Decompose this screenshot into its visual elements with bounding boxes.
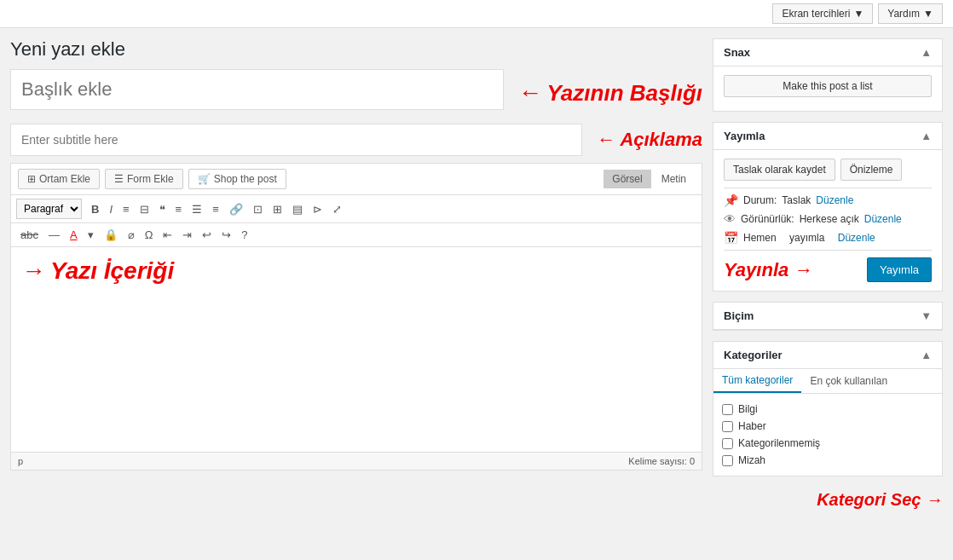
subtitle-annotation-arrow: ← — [596, 129, 615, 151]
top-bar: Ekran tercihleri ▼ Yardım ▼ — [0, 0, 953, 28]
status-edit-link[interactable]: Düzenle — [816, 194, 853, 206]
publish-button[interactable]: Yayımla — [867, 257, 932, 282]
category-list: Bilgi Haber Kategorilenmemiş Mizah — [713, 394, 942, 476]
font-color-button[interactable]: A — [66, 227, 82, 243]
schedule-label: Hemen — [743, 232, 777, 244]
save-draft-button[interactable]: Taslak olarak kaydet — [724, 159, 835, 181]
bicim-title: Biçim — [724, 309, 754, 322]
lock-button[interactable]: 🔒 — [100, 227, 122, 243]
help-button[interactable]: Yardım ▼ — [878, 3, 943, 24]
snax-toggle[interactable]: ▲ — [921, 46, 932, 59]
redo-button[interactable]: ↪ — [217, 227, 235, 243]
category-checkbox-bilgi[interactable] — [722, 404, 733, 415]
italic-button[interactable]: I — [105, 201, 117, 217]
visibility-row: 👁 Görünürlük: Herkese açık Düzenle — [724, 212, 932, 226]
visual-view-button[interactable]: Görsel — [604, 170, 650, 188]
divider2 — [724, 250, 932, 251]
visibility-icon: 👁 — [724, 212, 736, 226]
visibility-value: Herkese açık — [800, 213, 859, 225]
status-label: Durum: — [743, 194, 777, 206]
tab-popular-categories[interactable]: En çok kullanılan — [801, 369, 896, 393]
kategori-sec-annotation-row: Kategori Seç → — [713, 487, 943, 513]
align-right-button[interactable]: ≡ — [208, 201, 223, 217]
media-icon: ⊞ — [27, 173, 36, 185]
snax-title: Snax — [724, 46, 750, 59]
screen-options-button[interactable]: Ekran tercihleri ▼ — [772, 3, 873, 24]
clear-format-button[interactable]: ⌀ — [124, 227, 139, 243]
align-center-button[interactable]: ☰ — [188, 201, 206, 217]
kategoriler-toggle[interactable]: ▲ — [921, 349, 932, 361]
content-text: Yazı İçeriği — [50, 257, 174, 285]
screen-options-label: Ekran tercihleri — [782, 8, 850, 20]
make-list-button[interactable]: Make this post a list — [724, 75, 932, 97]
word-count-area: Kelime sayısı: 0 — [628, 456, 695, 466]
publish-toggle[interactable]: ▲ — [921, 130, 932, 142]
schedule-row: 📅 Hemen yayımla Düzenle — [724, 231, 932, 245]
category-checkbox-mizah[interactable] — [722, 455, 733, 466]
visibility-edit-link[interactable]: Düzenle — [864, 213, 902, 225]
ordered-list-button[interactable]: ⊟ — [136, 201, 153, 217]
outdent-button[interactable]: ⇤ — [159, 227, 176, 243]
strikethrough-button[interactable]: abc — [16, 227, 43, 243]
status-icon: 📌 — [724, 193, 738, 207]
list-item: Bilgi — [713, 401, 942, 418]
shop-icon: 🛒 — [198, 173, 211, 185]
list-view-button[interactable]: ▤ — [288, 201, 307, 217]
visibility-label: Görünürlük: — [741, 213, 794, 225]
bicim-toggle[interactable]: ▼ — [921, 309, 932, 322]
editor-wrap: ⊞ Ortam Ekle ☰ Form Ekle 🛒 Shop the post… — [10, 163, 702, 471]
text-view-button[interactable]: Metin — [653, 170, 695, 188]
sidebar-column: Snax ▲ Make this post a list Yayımla ▲ T… — [713, 38, 943, 513]
fullscreen-button[interactable]: ⤢ — [328, 201, 346, 217]
blockquote-button[interactable]: ❝ — [155, 201, 170, 217]
unordered-list-button[interactable]: ≡ — [118, 201, 134, 217]
kategoriler-title: Kategoriler — [724, 349, 783, 361]
help-icon: ▼ — [923, 8, 933, 20]
editor-status-bar: p Kelime sayısı: 0 — [11, 452, 702, 470]
subtitle-input[interactable] — [10, 124, 582, 156]
schedule-edit-link[interactable]: Düzenle — [838, 232, 875, 244]
list-item: Kategorilenmemiş — [713, 435, 942, 452]
special-chars-button[interactable]: Ω — [141, 227, 158, 243]
form-add-button[interactable]: ☰ Form Ekle — [105, 169, 183, 189]
help-label: Yardım — [887, 8, 920, 20]
paragraph-tag: p — [18, 456, 23, 466]
table-button[interactable]: ⊞ — [269, 201, 286, 217]
title-input[interactable] — [10, 69, 504, 110]
category-label-bilgi: Bilgi — [738, 403, 758, 415]
indent2-button[interactable]: ⇥ — [178, 227, 196, 243]
horizontal-rule-button[interactable]: — — [44, 227, 64, 243]
screen-options-icon: ▼ — [853, 8, 863, 20]
undo-button[interactable]: ↩ — [198, 227, 216, 243]
publish-header: Yayımla ▲ — [713, 123, 942, 150]
subtitle-row: ← Açıklama — [10, 124, 702, 156]
schedule-icon: 📅 — [724, 231, 738, 245]
shop-post-button[interactable]: 🛒 Shop the post — [188, 169, 286, 189]
shop-label: Shop the post — [214, 173, 277, 185]
bold-button[interactable]: B — [87, 201, 103, 217]
preview-button[interactable]: Önizleme — [840, 159, 903, 181]
editor-toolbar-left: ⊞ Ortam Ekle ☰ Form Ekle 🛒 Shop the post — [18, 169, 286, 189]
yayinla-arrow: → — [794, 259, 812, 280]
media-add-button[interactable]: ⊞ Ortam Ekle — [18, 169, 100, 189]
link-button[interactable]: 🔗 — [225, 201, 247, 217]
category-checkbox-haber[interactable] — [722, 421, 733, 432]
publish-actions-row: Taslak olarak kaydet Önizleme — [724, 159, 932, 181]
tab-all-categories[interactable]: Tüm kategoriler — [713, 369, 801, 393]
insert-more-button[interactable]: ⊡ — [249, 201, 267, 217]
publish-box: Yayımla ▲ Taslak olarak kaydet Önizleme … — [713, 122, 943, 292]
editor-content-area[interactable]: → Yazı İçeriği — [11, 247, 702, 452]
help-editor-button[interactable]: ? — [237, 227, 251, 243]
font-color-arrow[interactable]: ▾ — [84, 227, 98, 243]
format-bar-2: abc — A ▾ 🔒 ⌀ Ω ⇤ ⇥ ↩ ↪ ? — [11, 223, 702, 247]
category-checkbox-kategorilenmemis[interactable] — [722, 438, 733, 449]
media-label: Ortam Ekle — [39, 173, 90, 185]
indent-button[interactable]: ⊳ — [309, 201, 326, 217]
paragraph-select[interactable]: Paragraf — [16, 199, 82, 219]
subtitle-input-wrap — [10, 124, 582, 156]
status-row: 📌 Durum: Taslak Düzenle — [724, 193, 932, 207]
category-label-haber: Haber — [738, 420, 766, 432]
kategoriler-box: Kategoriler ▲ Tüm kategoriler En çok kul… — [713, 341, 943, 476]
status-value: Taslak — [782, 194, 811, 206]
align-left-button[interactable]: ≡ — [171, 201, 187, 217]
